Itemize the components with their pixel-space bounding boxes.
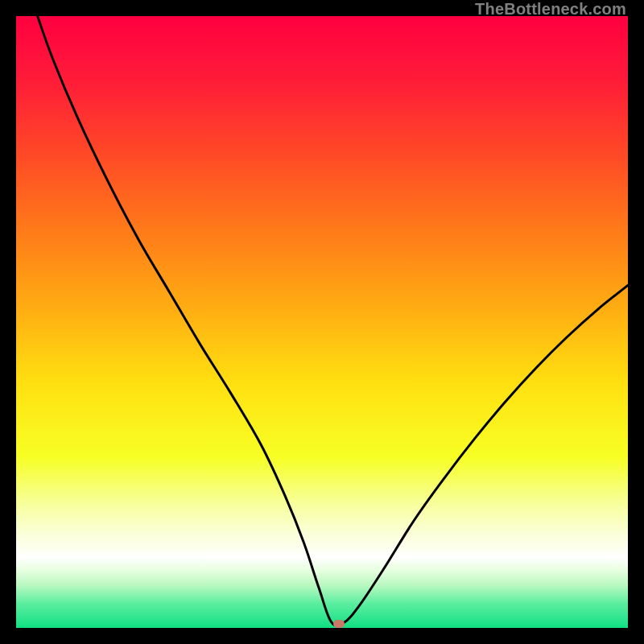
bottleneck-curve [16,16,628,628]
chart-frame: TheBottleneck.com [0,0,644,644]
optimum-marker [333,620,345,628]
plot-area [16,16,628,628]
